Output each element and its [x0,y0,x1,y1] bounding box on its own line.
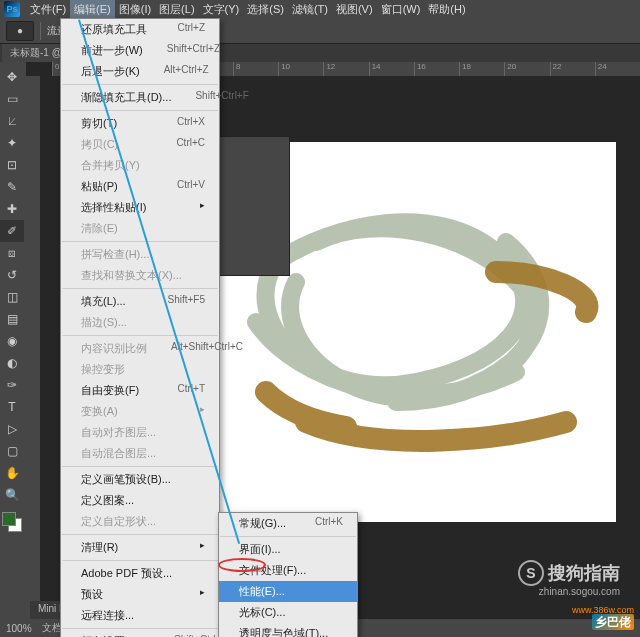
text-tool[interactable]: T [0,396,24,418]
menu-view[interactable]: 视图(V) [332,0,377,19]
menu-item: 定义自定形状... [61,511,219,532]
menu-file[interactable]: 文件(F) [26,0,70,19]
hand-tool[interactable]: ✋ [0,462,24,484]
pen-tool[interactable]: ✑ [0,374,24,396]
menu-item[interactable]: 预设▸ [61,584,219,605]
lasso-tool[interactable]: ⟀ [0,110,24,132]
menu-item: 自动混合图层... [61,443,219,464]
menu-item: 拼写检查(H)... [61,244,219,265]
wand-tool[interactable]: ✦ [0,132,24,154]
color-swatch[interactable] [0,510,24,534]
ps-logo: Ps [4,1,20,17]
menu-item: 操控变形 [61,359,219,380]
menu-type[interactable]: 文字(Y) [199,0,244,19]
menu-item: 查找和替换文本(X)... [61,265,219,286]
menubar: Ps 文件(F) 编辑(E) 图像(I) 图层(L) 文字(Y) 选择(S) 滤… [0,0,640,18]
menu-item[interactable]: Adobe PDF 预设... [61,563,219,584]
healBrush-tool[interactable]: ✚ [0,198,24,220]
fg-color[interactable] [2,512,16,526]
menu-item[interactable]: 光标(C)... [219,602,357,623]
menu-image[interactable]: 图像(I) [115,0,155,19]
menu-item[interactable]: 粘贴(P)Ctrl+V [61,176,219,197]
crop-tool[interactable]: ⊡ [0,154,24,176]
menu-item: 拷贝(C)Ctrl+C [61,134,219,155]
brush-preview[interactable]: ● [6,21,34,41]
menu-item[interactable]: 清理(R)▸ [61,537,219,558]
edit-menu-dropdown: 还原填充工具Ctrl+Z前进一步(W)Shift+Ctrl+Z后退一步(K)Al… [60,18,220,637]
menu-item[interactable]: 定义画笔预设(B)... [61,469,219,490]
zoom-tool[interactable]: 🔍 [0,484,24,506]
menu-edit[interactable]: 编辑(E) [70,0,115,19]
menu-item[interactable]: 填充(L)...Shift+F5 [61,291,219,312]
menu-item: 自动对齐图层... [61,422,219,443]
menu-item[interactable]: 剪切(T)Ctrl+X [61,113,219,134]
menu-filter[interactable]: 滤镜(T) [288,0,332,19]
path-tool[interactable]: ▷ [0,418,24,440]
menu-select[interactable]: 选择(S) [243,0,288,19]
menu-item[interactable]: 选择性粘贴(I)▸ [61,197,219,218]
zoom-level[interactable]: 100% [6,623,32,634]
tool-palette: ✥ ▭ ⟀ ✦ ⊡ ✎ ✚ ✐ ⧇ ↺ ◫ ▤ ◉ ◐ ✑ T ▷ ▢ ✋ 🔍 [0,62,26,632]
dodge-tool[interactable]: ◐ [0,352,24,374]
history-brush-tool[interactable]: ↺ [0,264,24,286]
move-tool[interactable]: ✥ [0,66,24,88]
brush-tool[interactable]: ✐ [0,220,24,242]
menu-layer[interactable]: 图层(L) [155,0,198,19]
gradient-tool[interactable]: ▤ [0,308,24,330]
marquee-tool[interactable]: ▭ [0,88,24,110]
menu-item[interactable]: 性能(E)... [219,581,357,602]
menu-item[interactable]: 远程连接... [61,605,219,626]
menu-item[interactable]: 常规(G)...Ctrl+K [219,513,357,534]
eyedropper-tool[interactable]: ✎ [0,176,24,198]
ruler-vertical [26,76,40,632]
menu-item[interactable]: 定义图案... [61,490,219,511]
menu-item: 内容识别比例Alt+Shift+Ctrl+C [61,338,219,359]
shape-tool[interactable]: ▢ [0,440,24,462]
menu-item: 合并拷贝(Y) [61,155,219,176]
preferences-submenu: 常规(G)...Ctrl+K界面(I)...文件处理(F)...性能(E)...… [218,512,358,637]
menu-item: 描边(S)... [61,312,219,333]
menu-item[interactable]: 文件处理(F)... [219,560,357,581]
menu-item[interactable]: 透明度与色域(T)... [219,623,357,637]
menu-item[interactable]: 颜色设置(G)...Shift+Ctrl+K [61,631,219,637]
blur-tool[interactable]: ◉ [0,330,24,352]
menu-help[interactable]: 帮助(H) [424,0,469,19]
stamp-tool[interactable]: ⧇ [0,242,24,264]
corner-logo: 乡巴佬 [592,614,634,631]
eraser-tool[interactable]: ◫ [0,286,24,308]
menu-window[interactable]: 窗口(W) [377,0,425,19]
menu-item[interactable]: 后退一步(K)Alt+Ctrl+Z [61,61,219,82]
menu-item[interactable]: 渐隐填充工具(D)...Shift+Ctrl+F [61,87,219,108]
